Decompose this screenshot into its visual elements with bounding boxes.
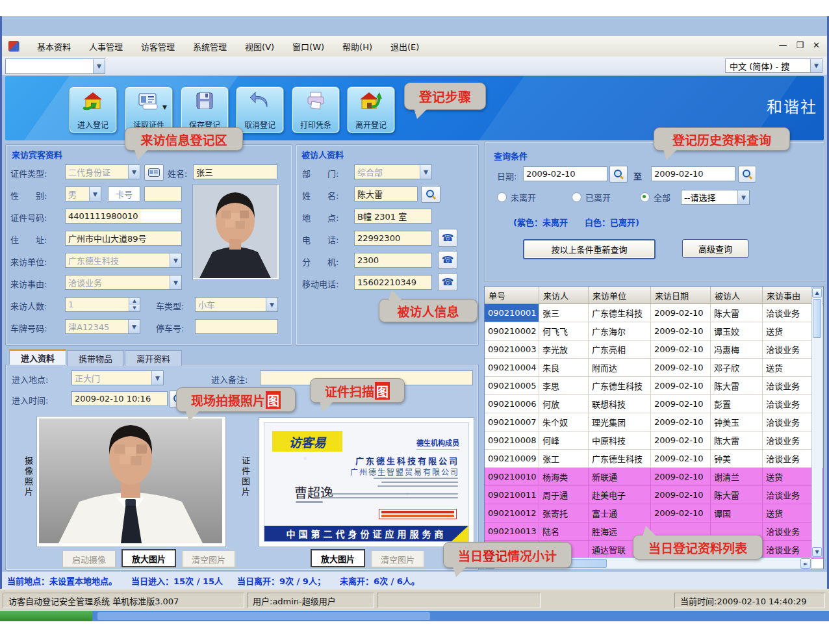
table-cell[interactable]: 周于通 (539, 486, 589, 504)
chevron-down-icon[interactable]: ▼ (420, 165, 431, 179)
table-cell[interactable]: 邓子欣 (711, 359, 763, 377)
ext-input[interactable]: 2300 (354, 253, 432, 268)
table-header-cell[interactable]: 来访事由 (763, 287, 813, 303)
spin-down-icon[interactable]: ▼ (129, 305, 140, 312)
table-cell[interactable]: 090210003 (485, 341, 539, 359)
interviewee-name-input[interactable]: 陈大雷 (354, 187, 418, 201)
table-cell[interactable]: 广东亮相 (589, 341, 651, 359)
table-cell[interactable]: 2009-02-10 (651, 450, 711, 468)
table-cell[interactable]: 洽谈业务 (763, 431, 813, 450)
table-cell[interactable]: 送货 (763, 504, 813, 522)
table-cell[interactable]: 广东海尔 (589, 322, 651, 341)
table-cell[interactable]: 谢清兰 (711, 468, 763, 486)
table-row[interactable]: 090210004朱良附而达2009-02-10邓子欣送货 (485, 359, 823, 377)
start-camera-button[interactable]: 启动摄像 (62, 550, 116, 567)
table-row[interactable]: 090210006何放联想科技2009-02-10彭置洽谈业务 (485, 395, 823, 413)
table-row[interactable]: 090210002何飞飞广东海尔2009-02-10谭玉姣送货 (485, 322, 823, 341)
table-cell[interactable]: 何放 (539, 395, 589, 413)
phone-input[interactable]: 22992300 (354, 231, 432, 246)
id-number-input[interactable]: 4401111980010 (65, 209, 182, 224)
toolbar-button-1[interactable]: 进入登记 (69, 86, 117, 133)
table-cell[interactable]: 洽谈业务 (763, 377, 813, 395)
table-cell[interactable]: 洽谈业务 (763, 413, 813, 431)
date-to-input[interactable]: 2009-02-10 (651, 166, 735, 181)
toolbar-button-2[interactable]: ▼读取证件 (125, 86, 173, 133)
table-row[interactable]: 090210009张工广东德生科技2009-02-10钟美洽谈业务 (485, 450, 823, 468)
toolbar-button-4[interactable]: 取消登记 (236, 86, 284, 133)
menu-item[interactable]: 基本资料 (28, 38, 80, 55)
gender-combobox[interactable]: 男 ▼ (65, 187, 101, 201)
toolbar-button-5[interactable]: 打印凭条 (292, 86, 340, 133)
entry-location-combobox[interactable]: 正大门 ▼ (71, 370, 164, 385)
address-input[interactable]: 广州市中山大道89号 (65, 231, 182, 246)
table-cell[interactable]: 2009-02-10 (651, 341, 711, 359)
table-header-cell[interactable]: 来访日期 (651, 287, 711, 303)
table-cell[interactable]: 2009-02-10 (651, 304, 711, 322)
interviewee-search-button[interactable] (421, 186, 440, 203)
table-cell[interactable]: 2009-02-10 (651, 413, 711, 431)
table-cell[interactable]: 联想科技 (589, 395, 651, 413)
table-cell[interactable]: 冯惠梅 (711, 341, 763, 359)
table-row[interactable]: 090210008何峰中原科技2009-02-10陈大雷洽谈业务 (485, 431, 823, 450)
menu-item[interactable]: 视图(V) (236, 38, 283, 55)
table-row[interactable]: 090210003李光放广东亮相2009-02-10冯惠梅洽谈业务 (485, 341, 823, 359)
entry-time-input[interactable]: 2009-02-10 10:16 (71, 391, 168, 406)
radio-未离开[interactable]: 未离开 (497, 191, 536, 203)
dial-phone-button[interactable]: ☎ (438, 229, 457, 247)
radio-dot-icon[interactable] (572, 192, 581, 202)
table-cell[interactable]: 洽谈业务 (763, 304, 813, 322)
table-cell[interactable]: 洽谈业务 (763, 341, 813, 359)
table-cell[interactable]: 理光集团 (589, 413, 651, 431)
visit-reason-combobox[interactable]: 洽谈业务 ▼ (65, 275, 182, 290)
requery-button[interactable]: 按以上条件重新查询 (523, 239, 656, 259)
location-input[interactable]: B幢 2301 室 (354, 209, 432, 224)
table-cell[interactable]: 广东德生科技 (589, 450, 651, 468)
table-cell[interactable]: 090210011 (485, 486, 539, 504)
chevron-down-icon[interactable]: ▼ (170, 253, 181, 267)
zoom-photo-button[interactable]: 放大图片 (121, 549, 176, 567)
clear-card-button[interactable]: 清空图片 (371, 550, 424, 567)
table-cell[interactable]: 090210009 (485, 450, 539, 468)
table-cell[interactable]: 090210002 (485, 322, 539, 341)
menu-item[interactable]: 系统管理 (184, 38, 236, 55)
cert-type-combobox[interactable]: 二代身份证 ▼ (65, 164, 140, 179)
table-cell[interactable]: 2009-02-10 (651, 486, 711, 504)
vehicle-type-combobox[interactable]: 小车 ▼ (195, 297, 278, 312)
table-cell[interactable]: 朱个奴 (539, 413, 589, 431)
reason-select[interactable]: --请选择 ▼ (681, 190, 750, 205)
table-cell[interactable]: 钟美 (711, 450, 763, 468)
table-cell[interactable]: 陈大雷 (711, 377, 763, 395)
table-cell[interactable]: 2009-02-10 (651, 431, 711, 450)
scroll-right-icon[interactable]: ► (800, 558, 811, 569)
table-cell[interactable]: 何飞飞 (539, 322, 589, 341)
clear-photo-button[interactable]: 清空图片 (182, 550, 235, 567)
table-cell[interactable]: 李光放 (539, 341, 589, 359)
table-cell[interactable]: 张工 (539, 450, 589, 468)
dial-ext-button[interactable]: ☎ (438, 251, 457, 269)
table-header-cell[interactable]: 来访人 (539, 287, 589, 303)
chevron-down-icon[interactable]: ▼ (162, 104, 167, 110)
table-cell[interactable]: 李思 (539, 377, 589, 395)
table-cell[interactable]: 朱良 (539, 359, 589, 377)
table-cell[interactable]: 谭国 (711, 504, 763, 522)
date-from-input[interactable]: 2009-02-10 (523, 166, 607, 181)
table-cell[interactable]: 富士通 (589, 504, 651, 522)
card-reader-button[interactable] (144, 164, 164, 181)
table-cell[interactable]: 2009-02-10 (651, 468, 711, 486)
table-cell[interactable]: 090210006 (485, 395, 539, 413)
table-cell[interactable]: 钟美玉 (711, 413, 763, 431)
table-cell[interactable]: 陆名 (539, 522, 589, 541)
table-cell[interactable]: 杨海类 (539, 468, 589, 486)
menu-item[interactable]: 访客管理 (132, 38, 184, 55)
toolbar-button-3[interactable]: 保存登记 (181, 86, 229, 133)
table-cell[interactable]: 090210013 (485, 522, 539, 541)
table-cell[interactable]: 广东德生科技 (589, 304, 651, 322)
table-header-cell[interactable]: 被访人 (711, 287, 763, 303)
table-cell[interactable]: 090210007 (485, 413, 539, 431)
mdi-restore-icon[interactable]: ❐ (796, 40, 804, 50)
table-cell[interactable]: 张寄托 (539, 504, 589, 522)
chevron-down-icon[interactable]: ▼ (737, 190, 749, 204)
spin-up-icon[interactable]: ▲ (129, 298, 140, 305)
table-row[interactable]: 090210011周于通赴美电子2009-02-10陈大雷洽谈业务 (485, 486, 823, 504)
table-cell[interactable]: 洽谈业务 (763, 522, 813, 541)
